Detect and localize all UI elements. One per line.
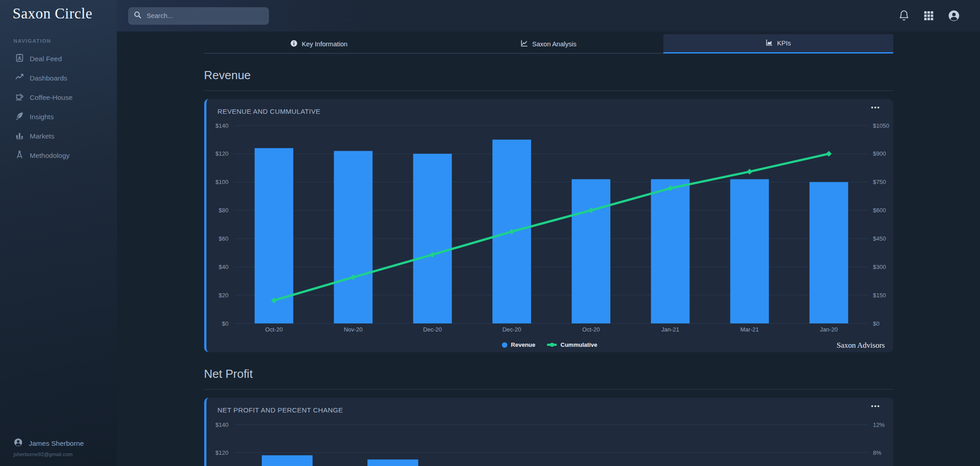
right-axis-tick: $750 (873, 179, 886, 185)
heading-divider (204, 389, 893, 390)
net-profit-chart-card: NET PROFIT AND PERCENT CHANGE ••• $14012… (204, 398, 893, 466)
coffee-cup-icon (15, 92, 24, 103)
x-axis-label: Dec-20 (423, 326, 442, 333)
sidebar-item-label: Deal Feed (30, 55, 62, 63)
card-menu-button[interactable]: ••• (868, 402, 883, 410)
legend-line-dot (550, 343, 554, 347)
apps-grid-icon[interactable] (923, 10, 934, 21)
user-name: James Sherborne (29, 439, 84, 448)
user-email: jsherborne92@gmail.com (13, 452, 84, 457)
compass-icon (15, 150, 24, 161)
legend-item-revenue[interactable]: Revenue (502, 341, 535, 348)
brand-logo[interactable]: Saxon Circle (0, 0, 117, 22)
x-axis-label: Oct-20 (265, 326, 282, 333)
account-icon (13, 438, 23, 449)
bell-icon[interactable] (898, 10, 910, 22)
left-axis-tick: $20 (219, 292, 228, 299)
tab-label: Key Information (302, 40, 348, 48)
bar-chart-icon (15, 130, 24, 142)
badge-icon (15, 53, 24, 64)
tab-saxon-analysis[interactable]: Saxon Analysis (434, 34, 663, 54)
left-axis-tick: $100 (215, 179, 228, 185)
line-marker (826, 151, 832, 157)
sidebar-item-insights[interactable]: Insights (0, 107, 117, 126)
left-axis-tick: $120 (215, 150, 228, 157)
legend-line-marker (547, 344, 557, 346)
net-profit-bar[interactable] (262, 455, 313, 466)
sidebar-item-label: Dashboards (30, 74, 67, 82)
right-axis-tick: $300 (873, 264, 886, 270)
revenue-chart: $0$20$40$60$80$100$120$140$0$150$300$450… (206, 99, 893, 352)
sidebar-item-coffee-house[interactable]: Coffee-House (0, 88, 117, 107)
left-axis-tick: $140 (215, 122, 228, 129)
search-box (128, 7, 269, 25)
section-heading-net-profit: Net Profit (204, 367, 893, 381)
account-icon[interactable] (948, 9, 960, 22)
sidebar-item-deal-feed[interactable]: Deal Feed (0, 49, 117, 68)
revenue-bar[interactable] (651, 179, 689, 323)
sidebar-item-label: Methodology (30, 152, 70, 160)
tab-key-information[interactable]: Key Information (204, 34, 434, 54)
left-axis-tick: $0 (222, 320, 228, 327)
left-axis-tick: $80 (219, 207, 228, 214)
trend-icon (15, 72, 24, 84)
sidebar-item-label: Markets (30, 132, 54, 140)
revenue-bar[interactable] (413, 154, 452, 323)
x-axis-label: Mar-21 (740, 326, 759, 333)
left-axis-tick: $140 (215, 421, 228, 428)
line-chart-icon (520, 40, 528, 49)
x-axis-label: Jan-20 (820, 326, 838, 333)
legend-label: Cummulative (560, 341, 597, 348)
x-axis-label: Oct-20 (582, 326, 600, 333)
heading-divider (204, 90, 893, 91)
right-axis-tick: $1050 (873, 122, 889, 129)
revenue-bar[interactable] (809, 182, 848, 323)
user-profile[interactable]: James Sherborne (13, 438, 84, 449)
left-axis-tick: $120 (215, 449, 228, 456)
sidebar-item-label: Insights (30, 113, 54, 121)
tab-strip: Key Information Saxon Analysis KPIs (204, 34, 893, 54)
nav-section-label: NAVIGATION (13, 38, 117, 44)
content-column: Key Information Saxon Analysis KPIs Reve… (204, 34, 893, 466)
right-axis-tick: 8% (873, 449, 882, 456)
x-axis-label: Jan-21 (661, 326, 679, 333)
chart-legend: RevenueCummulative (206, 341, 893, 348)
revenue-chart-card: REVENUE AND CUMMULATIVE ••• $0$20$40$60$… (204, 99, 893, 352)
tab-label: KPIs (777, 40, 791, 47)
revenue-bar[interactable] (334, 151, 372, 323)
left-axis-tick: $40 (219, 264, 228, 270)
card-menu-button[interactable]: ••• (868, 103, 883, 112)
legend-circle-marker (502, 342, 507, 348)
search-input[interactable] (146, 12, 264, 20)
chart-title: REVENUE AND CUMMULATIVE (206, 99, 893, 115)
area-chart-icon (765, 39, 773, 48)
section-heading-revenue: Revenue (204, 68, 893, 82)
sidebar: Saxon Circle NAVIGATION Deal Feed Dashbo… (0, 0, 117, 466)
legend-item-cummulative[interactable]: Cummulative (547, 341, 597, 348)
x-axis-label: Nov-20 (344, 326, 362, 333)
info-icon (290, 40, 298, 49)
search-icon (134, 11, 142, 21)
sidebar-item-dashboards[interactable]: Dashboards (0, 68, 117, 88)
topbar (117, 0, 980, 31)
revenue-bar[interactable] (572, 179, 610, 323)
right-axis-tick: $900 (873, 150, 886, 157)
quill-icon (15, 111, 24, 122)
net-profit-bar[interactable] (367, 460, 418, 466)
sidebar-user: James Sherborne jsherborne92@gmail.com (13, 438, 84, 457)
sidebar-item-label: Coffee-House (30, 94, 72, 102)
watermark: Saxon Advisors (837, 341, 885, 350)
left-axis-tick: $60 (219, 235, 228, 242)
right-axis-tick: $600 (873, 207, 886, 214)
revenue-bar[interactable] (730, 179, 769, 323)
chart-title: NET PROFIT AND PERCENT CHANGE (206, 398, 893, 414)
sidebar-item-markets[interactable]: Markets (0, 126, 117, 146)
tab-kpis[interactable]: KPIs (663, 34, 893, 54)
legend-label: Revenue (511, 341, 535, 348)
x-axis-label: Dec-20 (502, 326, 521, 333)
right-axis-tick: $0 (873, 320, 879, 327)
right-axis-tick: 12% (873, 421, 885, 428)
app-root: Saxon Circle NAVIGATION Deal Feed Dashbo… (0, 0, 980, 466)
right-axis-tick: $450 (873, 235, 886, 242)
sidebar-item-methodology[interactable]: Methodology (0, 146, 117, 165)
